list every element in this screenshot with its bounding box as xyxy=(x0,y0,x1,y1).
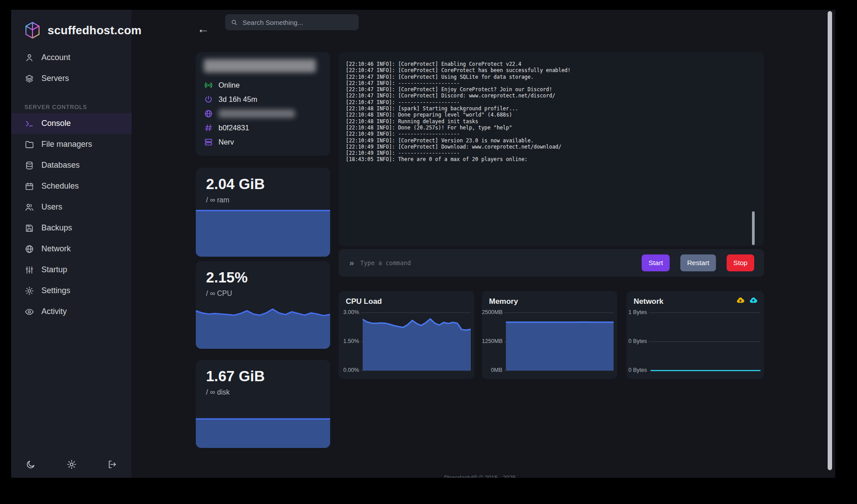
sidebar-item-label: Network xyxy=(41,244,71,254)
disk-sparkline xyxy=(196,418,330,448)
sidebar-item-label: Backups xyxy=(41,223,72,233)
sidebar-item-label: Users xyxy=(41,202,62,212)
cpu-sparkline xyxy=(196,294,330,349)
sidebar-section-label: SERVER CONTROLS xyxy=(24,104,87,110)
disk-value: 1.67 GiB xyxy=(206,368,330,385)
sidebar-item-label: Activity xyxy=(41,307,67,316)
cloud-download-icon xyxy=(736,296,745,304)
sidebar-item-network[interactable]: Network xyxy=(11,238,132,259)
server-node-row: Nerv xyxy=(204,135,322,149)
server-info-card: Online 3d 16h 45m b0f24831 Nerv xyxy=(196,52,330,156)
search-icon xyxy=(230,19,238,26)
console-scrollbar[interactable] xyxy=(752,211,755,245)
signal-icon xyxy=(204,81,213,90)
ram-sparkline xyxy=(196,209,330,257)
memory-chart-card: Memory 2500MB1250MB0MB xyxy=(482,291,617,379)
sidebar-item-label: Databases xyxy=(41,161,80,170)
sidebar-controls-nav: Console File managers Databases Schedule… xyxy=(11,113,132,322)
sidebar-item-account[interactable]: Account xyxy=(11,47,132,68)
search-bar xyxy=(225,14,359,30)
sliders-icon xyxy=(24,265,34,275)
users-icon xyxy=(24,202,34,212)
server-id: b0f24831 xyxy=(218,124,249,132)
cpu-load-chart-title: CPU Load xyxy=(346,297,382,306)
footer-copyright: Pterodactyl® © 2015 - 2025 xyxy=(196,474,764,478)
globe-icon xyxy=(24,244,34,254)
sidebar-item-console[interactable]: Console xyxy=(11,113,132,134)
console-log: [22:10:46 INFO]: [CoreProtect] Enabling … xyxy=(346,61,757,163)
app-window: scuffedhost.com Account Servers SERVER C… xyxy=(11,10,835,478)
cloud-upload-icon xyxy=(749,296,758,304)
sidebar-bottom-bar xyxy=(11,459,132,470)
folder-icon xyxy=(24,140,34,149)
stop-button[interactable]: Stop xyxy=(727,254,754,271)
sidebar-item-schedules[interactable]: Schedules xyxy=(11,176,132,197)
terminal-icon xyxy=(24,119,34,129)
hash-icon xyxy=(204,123,213,133)
server-status-row: Online xyxy=(204,78,322,92)
page-scrollbar[interactable] xyxy=(828,11,832,470)
save-icon xyxy=(24,223,34,233)
search-input[interactable] xyxy=(243,19,353,26)
ram-limit: / ∞ ram xyxy=(206,196,330,204)
sidebar-item-settings[interactable]: Settings xyxy=(11,280,132,301)
server-status: Online xyxy=(218,81,240,89)
server-uptime: 3d 16h 45m xyxy=(218,95,257,104)
cube-logo-icon xyxy=(23,20,42,40)
prompt-icon: » xyxy=(349,258,354,268)
sidebar-item-label: File managers xyxy=(41,140,92,149)
start-button[interactable]: Start xyxy=(642,254,670,271)
memory-chart-title: Memory xyxy=(489,297,518,306)
server-ip-row xyxy=(204,106,322,121)
server-id-row: b0f24831 xyxy=(204,121,322,135)
back-button[interactable]: ← xyxy=(197,22,209,36)
network-legend xyxy=(736,296,758,304)
sidebar-item-label: Settings xyxy=(41,286,70,295)
server-ip-blurred xyxy=(218,109,295,118)
globe-icon xyxy=(204,109,213,118)
sidebar-item-label: Startup xyxy=(41,265,67,274)
sidebar-item-label: Console xyxy=(41,119,71,128)
sidebar-item-label: Account xyxy=(41,53,70,62)
server-stack-icon xyxy=(204,137,213,147)
cpu-value: 2.15% xyxy=(206,269,330,286)
cpu-load-chart-card: CPU Load 3.00%1.50%0.00% xyxy=(339,291,474,379)
brand: scuffedhost.com xyxy=(23,20,141,40)
network-chart-card: Network 1 Bytes0 Bytes0 Bytes xyxy=(627,291,764,379)
restart-button[interactable]: Restart xyxy=(680,254,716,271)
sidebar-item-activity[interactable]: Activity xyxy=(11,301,132,322)
brand-title: scuffedhost.com xyxy=(48,24,141,37)
sidebar-top-nav: Account Servers xyxy=(11,47,132,89)
sidebar-item-backups[interactable]: Backups xyxy=(11,218,132,238)
calendar-icon xyxy=(24,181,34,191)
command-input[interactable] xyxy=(360,259,631,266)
disk-limit: / ∞ disk xyxy=(206,388,330,396)
sidebar-item-file-managers[interactable]: File managers xyxy=(11,134,132,155)
layers-icon xyxy=(24,74,34,84)
sidebar-item-databases[interactable]: Databases xyxy=(11,155,132,176)
command-bar: » Start Restart Stop xyxy=(339,249,764,277)
ram-value: 2.04 GiB xyxy=(206,176,330,193)
network-chart-title: Network xyxy=(634,297,663,306)
moon-icon[interactable] xyxy=(25,459,36,470)
server-uptime-row: 3d 16h 45m xyxy=(204,92,322,106)
server-node: Nerv xyxy=(218,138,234,146)
eye-icon xyxy=(24,307,34,317)
sidebar-item-users[interactable]: Users xyxy=(11,197,132,218)
power-icon xyxy=(204,95,213,104)
sidebar-item-label: Servers xyxy=(41,74,69,83)
sidebar-item-label: Schedules xyxy=(41,181,79,191)
server-name-blurred xyxy=(204,59,316,73)
disk-stat-card: 1.67 GiB / ∞ disk xyxy=(196,360,330,448)
gear-icon xyxy=(24,286,34,296)
user-icon xyxy=(24,53,34,63)
cpu-stat-card: 2.15% / ∞ CPU xyxy=(196,261,330,349)
sidebar-item-startup[interactable]: Startup xyxy=(11,259,132,280)
gear-icon[interactable] xyxy=(66,459,77,470)
sidebar: scuffedhost.com Account Servers SERVER C… xyxy=(11,10,132,478)
sidebar-item-servers[interactable]: Servers xyxy=(11,68,132,89)
ram-stat-card: 2.04 GiB / ∞ ram xyxy=(196,168,330,257)
database-icon xyxy=(24,161,34,170)
console-panel[interactable]: [22:10:46 INFO]: [CoreProtect] Enabling … xyxy=(339,52,764,246)
logout-icon[interactable] xyxy=(107,459,117,470)
